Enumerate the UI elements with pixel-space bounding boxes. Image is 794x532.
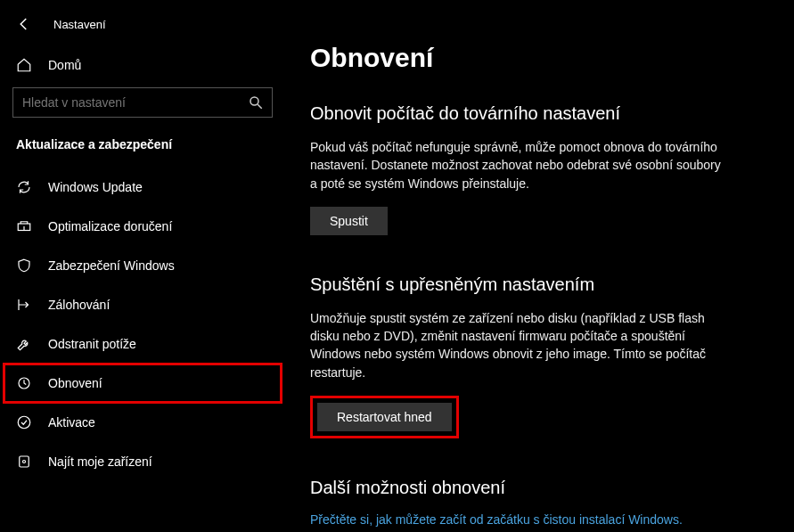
app-title: Nastavení [53, 18, 106, 31]
search-input[interactable] [12, 87, 273, 118]
titlebar: Nastavení [0, 11, 285, 48]
reset-heading: Obnovit počítač do továrního nastavení [310, 103, 769, 124]
sync-icon [16, 179, 32, 195]
sidebar-item-backup[interactable]: Zálohování [0, 285, 285, 324]
check-icon [16, 414, 32, 430]
section-advanced-startup: Spuštění s upřesněným nastavením Umožňuj… [310, 274, 769, 438]
reset-description: Pokud váš počítač nefunguje správně, můž… [310, 138, 729, 192]
sidebar-item-label: Obnovení [48, 376, 102, 390]
shield-icon [16, 258, 32, 274]
sidebar-item-label: Optimalizace doručení [48, 219, 172, 233]
page-title: Obnovení [310, 43, 769, 73]
svg-rect-4 [20, 456, 29, 467]
sidebar-item-label: Odstranit potíže [48, 337, 136, 351]
section-label: Aktualizace a zabezpečení [0, 134, 285, 168]
sidebar-item-windows-update[interactable]: Windows Update [0, 168, 285, 207]
svg-point-3 [18, 416, 30, 429]
delivery-icon [16, 218, 32, 234]
sidebar-item-activation[interactable]: Aktivace [0, 403, 285, 442]
main-content: Obnovení Obnovit počítač do továrního na… [285, 0, 794, 532]
back-icon[interactable] [16, 16, 32, 32]
home-icon [16, 57, 32, 73]
search-icon [248, 94, 264, 110]
sidebar-item-label: Zálohování [48, 298, 110, 312]
svg-point-5 [23, 461, 26, 463]
sidebar-item-delivery-optimization[interactable]: Optimalizace doručení [0, 207, 285, 246]
section-reset: Obnovit počítač do továrního nastavení P… [310, 103, 769, 235]
sidebar-item-label: Zabezpečení Windows [48, 258, 175, 273]
home-label: Domů [48, 58, 81, 72]
sidebar-item-label: Aktivace [48, 415, 95, 430]
svg-point-0 [250, 97, 258, 105]
sidebar: Nastavení Domů Aktualizace a zabezpečení… [0, 0, 285, 532]
advanced-description: Umožňuje spustit systém ze zařízení nebo… [310, 309, 729, 381]
restart-highlight: Restartovat hned [310, 396, 459, 438]
restart-now-button[interactable]: Restartovat hned [317, 403, 452, 431]
more-heading: Další možnosti obnovení [310, 478, 769, 498]
sidebar-item-label: Windows Update [48, 180, 143, 194]
sidebar-item-find-device[interactable]: Najít moje zařízení [0, 442, 285, 481]
sidebar-item-recovery[interactable]: Obnovení [4, 364, 282, 403]
recovery-icon [16, 375, 32, 391]
advanced-heading: Spuštění s upřesněným nastavením [310, 274, 769, 295]
fresh-start-link[interactable]: Přečtěte si, jak můžete začít od začátku… [310, 512, 683, 527]
sidebar-item-troubleshoot[interactable]: Odstranit potíže [0, 324, 285, 364]
wrench-icon [16, 336, 32, 352]
search-box[interactable] [12, 87, 273, 118]
sidebar-item-label: Najít moje zařízení [48, 454, 152, 469]
section-more-options: Další možnosti obnovení Přečtěte si, jak… [310, 478, 769, 527]
home-button[interactable]: Domů [0, 48, 285, 87]
backup-icon [16, 297, 32, 313]
location-icon [16, 454, 32, 470]
sidebar-item-windows-security[interactable]: Zabezpečení Windows [0, 246, 285, 285]
reset-button[interactable]: Spustit [310, 207, 388, 235]
